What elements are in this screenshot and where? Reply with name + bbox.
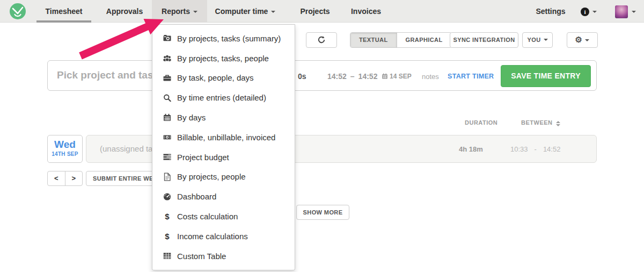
dollar-icon: $ xyxy=(163,232,172,241)
menu-item-by-task-people-days[interactable]: By task, people, days xyxy=(152,68,295,88)
chevron-down-icon xyxy=(544,39,548,41)
menu-item-by-projects-tasks-summary[interactable]: By projects, tasks (summary) xyxy=(152,28,295,48)
entry-date-picker[interactable]: 14 SEP xyxy=(382,73,412,80)
nav-item-approvals[interactable]: Approvals xyxy=(98,0,151,23)
menu-item-project-budget[interactable]: Project budget xyxy=(152,147,295,167)
tasks-icon xyxy=(163,153,172,161)
chevron-down-icon xyxy=(193,11,197,13)
gear-icon: ⚙ xyxy=(575,35,583,44)
calendar-icon xyxy=(382,73,388,80)
refresh-icon xyxy=(317,35,326,44)
app-logo-icon[interactable] xyxy=(9,3,26,20)
chevron-down-icon xyxy=(585,39,589,41)
entry-time-range[interactable]: 14:52–14:52 xyxy=(327,72,377,81)
start-timer-button[interactable]: START TIMER xyxy=(448,73,494,80)
menu-label: Costs calculation xyxy=(177,212,238,221)
day-date: 14TH SEP xyxy=(48,151,82,157)
save-time-entry-button[interactable]: SAVE TIME ENTRY xyxy=(501,65,591,87)
info-icon: i xyxy=(581,8,589,16)
dashboard-icon xyxy=(163,192,172,201)
nav-label: Invoices xyxy=(351,7,381,16)
time-to-field[interactable]: 14:52 xyxy=(358,72,378,81)
menu-item-by-days[interactable]: By days xyxy=(152,108,295,127)
between-label: BETWEEN xyxy=(521,119,553,126)
menu-label: By task, people, days xyxy=(177,73,254,82)
table-icon xyxy=(163,252,172,260)
calendar-icon xyxy=(163,113,172,122)
menu-item-by-projects-tasks-people[interactable]: By projects, tasks, people xyxy=(152,48,295,68)
time-entry-bar: Pick project and task 0s 14:52–14:52 14 … xyxy=(47,60,597,91)
sync-integration-button[interactable]: SYNC INTEGRATION xyxy=(450,32,518,48)
menu-label: Dashboard xyxy=(177,192,216,201)
nav-item-reports[interactable]: Reports xyxy=(152,0,207,23)
user-filter-dropdown[interactable]: YOU xyxy=(522,32,553,48)
menu-label: By days xyxy=(177,113,206,122)
notes-field[interactable]: notes xyxy=(422,73,439,81)
menu-item-by-projects-people[interactable]: By projects, people xyxy=(152,167,295,187)
menu-item-dashboard[interactable]: Dashboard xyxy=(152,187,295,206)
graphical-toggle-button[interactable]: GRAPHICAL xyxy=(397,33,451,47)
camera-icon xyxy=(163,34,172,42)
briefcase-icon xyxy=(163,74,172,82)
menu-label: By time entries (detailed) xyxy=(177,93,266,102)
nav-item-projects[interactable]: Projects xyxy=(293,0,337,23)
dash: – xyxy=(350,72,355,81)
menu-label: By projects, tasks, people xyxy=(177,54,269,63)
chevron-down-icon xyxy=(271,11,275,13)
menu-label: By projects, tasks (summary) xyxy=(177,34,281,43)
menu-label: Income calculations xyxy=(177,232,248,241)
sort-icon xyxy=(556,121,560,126)
menu-item-billable-unbillable-invoiced[interactable]: Billable, unbillable, invoiced xyxy=(152,127,295,147)
nav-item-invoices[interactable]: Invoices xyxy=(342,0,390,23)
app-window: Timesheet Approvals Reports Computer tim… xyxy=(0,0,644,272)
nav-label: Reports xyxy=(162,7,190,16)
menu-label: Billable, unbillable, invoiced xyxy=(177,133,275,142)
nav-label: Timesheet xyxy=(46,7,83,16)
dollar-icon: $ xyxy=(163,212,172,221)
chevron-down-icon xyxy=(592,11,597,13)
column-header-between[interactable]: BETWEEN xyxy=(521,119,560,126)
nav-item-computer-time[interactable]: Computer time xyxy=(212,0,279,23)
menu-item-by-time-entries-detailed[interactable]: By time entries (detailed) xyxy=(152,88,295,108)
row-between-value: 10:33-14:52 xyxy=(510,145,560,153)
nav-item-timesheet[interactable]: Timesheet xyxy=(36,0,91,23)
banknote-icon xyxy=(163,133,172,141)
textual-toggle-button[interactable]: TEXTUAL xyxy=(350,33,397,47)
week-pager: < > xyxy=(47,171,83,186)
refresh-button[interactable] xyxy=(306,32,337,48)
file-text-icon xyxy=(163,173,172,181)
view-toggle: TEXTUAL GRAPHICAL xyxy=(350,32,452,48)
prev-week-button[interactable]: < xyxy=(48,171,65,185)
user-menu[interactable] xyxy=(615,0,636,23)
day-name: Wed xyxy=(48,139,82,151)
entry-duration-value[interactable]: 0s xyxy=(298,72,306,81)
nav-label: Approvals xyxy=(106,7,143,16)
next-week-button[interactable]: > xyxy=(65,171,83,185)
menu-item-custom-table[interactable]: Custom Table xyxy=(152,246,295,266)
menu-item-income-calculations[interactable]: $ Income calculations xyxy=(152,226,295,246)
time-from-field[interactable]: 14:52 xyxy=(327,72,347,81)
users-icon xyxy=(163,54,172,62)
menu-label: Project budget xyxy=(177,153,229,162)
menu-label: Custom Table xyxy=(177,252,226,261)
nav-label: Computer time xyxy=(215,7,268,16)
show-more-button[interactable]: SHOW MORE xyxy=(296,205,349,220)
day-badge[interactable]: Wed 14TH SEP xyxy=(47,135,83,163)
chevron-down-icon xyxy=(632,11,636,13)
project-task-input[interactable]: Pick project and task xyxy=(57,69,159,81)
search-icon xyxy=(163,94,172,102)
nav-label: Settings xyxy=(536,7,565,16)
top-nav: Timesheet Approvals Reports Computer tim… xyxy=(0,0,644,23)
menu-item-costs-calculation[interactable]: $ Costs calculation xyxy=(152,206,295,226)
menu-label: By projects, people xyxy=(177,172,246,181)
entry-date-label: 14 SEP xyxy=(390,73,412,80)
nav-label: Projects xyxy=(300,7,330,16)
you-label: YOU xyxy=(527,37,540,43)
reports-dropdown-menu: By projects, tasks (summary) By projects… xyxy=(152,24,295,270)
info-menu[interactable]: i xyxy=(581,0,597,23)
avatar xyxy=(615,5,628,18)
settings-dropdown-button[interactable]: ⚙ xyxy=(567,32,598,48)
active-tab-underline xyxy=(36,20,91,23)
nav-item-settings[interactable]: Settings xyxy=(529,0,573,23)
column-header-duration: DURATION xyxy=(465,119,497,126)
